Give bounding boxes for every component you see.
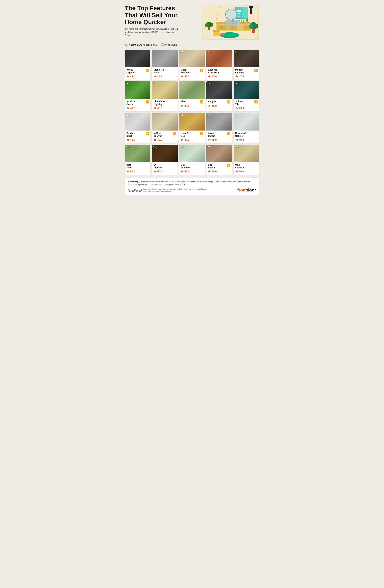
card-dog-house: =16DogHouse50.0 bbox=[206, 145, 232, 175]
diy-badge bbox=[200, 100, 203, 104]
card-title: DogHouse bbox=[208, 164, 227, 169]
header-section: The Top Features That Will Sell Your Hom… bbox=[125, 5, 259, 40]
days-value: 49.0 bbox=[212, 139, 217, 141]
card-image: 5 bbox=[234, 50, 259, 67]
card-body: RecessedCabinet49.0 bbox=[234, 130, 259, 143]
card-title: Shed bbox=[181, 100, 199, 103]
card-body: VanityLighting44.0 bbox=[125, 67, 150, 80]
house-icon bbox=[127, 170, 129, 173]
card-image: =8 bbox=[179, 81, 205, 99]
card-rank: =16 bbox=[235, 146, 238, 148]
card-rank: =3 bbox=[208, 51, 210, 53]
diy-badge bbox=[255, 69, 257, 72]
days-value: 44.0 bbox=[130, 75, 135, 78]
card-days-row: 49.0 bbox=[235, 138, 257, 141]
svg-point-31 bbox=[209, 22, 213, 27]
diy-badge bbox=[227, 164, 230, 167]
card-body: ButcherBlock49.0 bbox=[125, 130, 150, 143]
card-body: SubwayTile49.0 bbox=[234, 99, 259, 111]
card-title: BayWindows bbox=[181, 164, 203, 169]
card-title: King-SizeBed bbox=[181, 132, 199, 137]
card-days-row: 49.0 bbox=[208, 138, 230, 141]
card-days-row: 49.0 bbox=[154, 138, 176, 141]
days-value: 49.0 bbox=[130, 139, 135, 141]
card-title: ChandelierLighting bbox=[154, 100, 176, 106]
card-title: BarnDoor bbox=[127, 164, 149, 169]
sa-icon: SA bbox=[139, 189, 142, 192]
legend-section: 🏠 MEDIAN DAYS TO SELL HOME DIY FEATURE bbox=[125, 43, 259, 47]
card-pergola: =8Pergola49.0 bbox=[206, 81, 232, 111]
diy-badge bbox=[227, 100, 230, 104]
by-icon: BY bbox=[131, 189, 135, 192]
cards-grid: 1VanityLighting44.02Stone TileFloor45.5=… bbox=[125, 50, 259, 175]
card-body: Pergola49.0 bbox=[206, 99, 232, 109]
days-value: 49.0 bbox=[157, 139, 162, 141]
card-rank: =8 bbox=[180, 82, 183, 84]
days-value: 47.5 bbox=[239, 75, 244, 78]
diy-badge bbox=[146, 100, 149, 104]
svg-rect-4 bbox=[236, 10, 241, 12]
card-days-row: 50.0 bbox=[235, 170, 257, 173]
card-body: ExposedBrick Wall47.0 bbox=[206, 67, 232, 80]
house-icon bbox=[127, 107, 129, 110]
card-luxury-carpet: =8LuxuryCarpet49.0 bbox=[206, 113, 232, 143]
card-ev-charger: =16EVCharger50.0 bbox=[152, 145, 178, 175]
svg-rect-9 bbox=[250, 7, 252, 11]
card-days-row: 50.0 bbox=[181, 170, 203, 173]
svg-point-30 bbox=[205, 23, 209, 27]
card-rank: =16 bbox=[180, 146, 184, 148]
card-image: =8 bbox=[179, 113, 205, 130]
card-body: ChandelierLighting48.0 bbox=[152, 99, 178, 111]
days-value: 49.0 bbox=[239, 139, 244, 141]
cc-icons: © BY NC SA bbox=[128, 189, 142, 192]
card-body: ArtificialGrass48.0 bbox=[125, 99, 150, 111]
house-icon bbox=[181, 170, 184, 173]
card-subway-tile: =8SubwayTile49.0 bbox=[234, 81, 259, 111]
card-body: DogHouse50.0 bbox=[206, 162, 232, 175]
card-title: WallSconces bbox=[235, 164, 257, 169]
card-open-shelving: =3OpenShelving47.0 bbox=[179, 50, 205, 80]
house-icon bbox=[154, 170, 156, 173]
card-body: LuxuryCarpet49.0 bbox=[206, 130, 232, 143]
card-image: 1 bbox=[125, 50, 150, 67]
days-value: 49.0 bbox=[185, 105, 190, 107]
card-days-row: 49.0 bbox=[235, 107, 257, 110]
card-rank: =8 bbox=[180, 114, 183, 116]
house-icon bbox=[127, 138, 129, 141]
card-body: King-SizeBed49.0 bbox=[179, 130, 205, 143]
card-rank: 2 bbox=[153, 51, 154, 53]
legend-diy: DIY FEATURE bbox=[161, 43, 177, 47]
card-title: In-BuiltShelves bbox=[154, 132, 172, 137]
card-title: ArtificialGrass bbox=[127, 100, 145, 106]
cc-icon: © bbox=[128, 189, 131, 192]
days-value: 49.0 bbox=[212, 105, 217, 107]
card-body: WallSconces50.0 bbox=[234, 162, 259, 175]
card-days-row: 48.0 bbox=[154, 107, 176, 110]
svg-rect-40 bbox=[243, 20, 244, 23]
card-rank: 5 bbox=[235, 51, 236, 53]
card-image: =3 bbox=[179, 50, 205, 67]
svg-rect-23 bbox=[246, 27, 247, 28]
diy-badge bbox=[146, 69, 149, 72]
house-icon bbox=[181, 138, 184, 141]
legend-diy-icon bbox=[161, 43, 164, 47]
card-days-row: 48.0 bbox=[127, 107, 149, 110]
card-title: VanityLighting bbox=[127, 68, 145, 74]
card-wall-sconces: =16WallSconces50.0 bbox=[234, 145, 259, 175]
card-bay-windows: =16BayWindows50.0 bbox=[179, 145, 205, 175]
license-text: This image is licensed under the Creativ… bbox=[143, 188, 207, 192]
card-image: =6 bbox=[125, 81, 150, 99]
house-icon bbox=[235, 138, 238, 141]
card-rank: =8 bbox=[153, 114, 156, 116]
card-image: =16 bbox=[234, 145, 259, 162]
card-image: =16 bbox=[206, 145, 232, 162]
svg-rect-21 bbox=[221, 27, 223, 28]
svg-rect-37 bbox=[213, 30, 220, 32]
card-rank: =16 bbox=[126, 146, 129, 148]
card-recessed-cabinet: =8RecessedCabinet49.0 bbox=[234, 113, 259, 143]
card-stone-tile-floor: 2Stone TileFloor45.5 bbox=[152, 50, 178, 80]
footer-section: Methodology: We calculated the median da… bbox=[125, 178, 259, 195]
house-icon bbox=[154, 107, 156, 110]
header-illustration bbox=[202, 5, 259, 40]
card-rank: 1 bbox=[126, 51, 127, 53]
